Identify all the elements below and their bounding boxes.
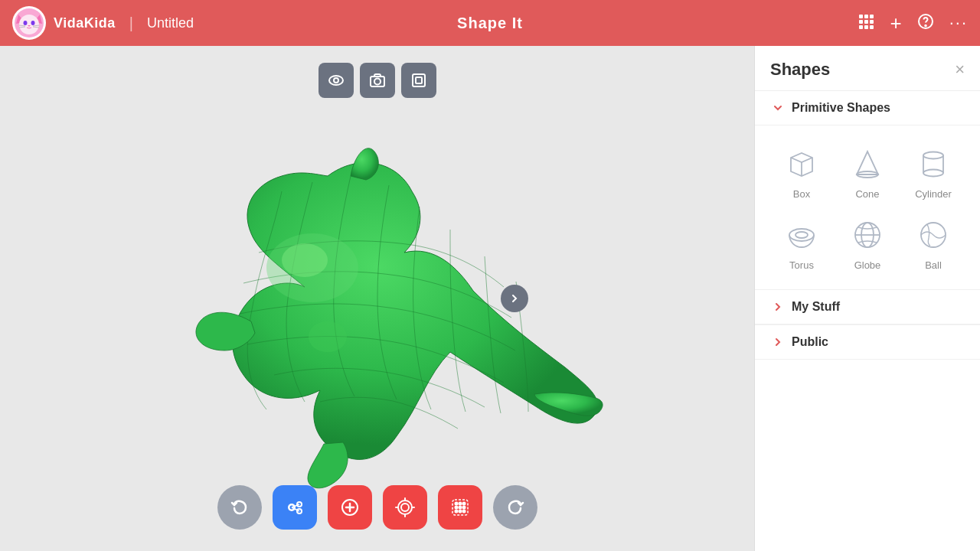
svg-point-64 [789, 229, 814, 241]
svg-point-61 [923, 170, 943, 177]
svg-point-65 [795, 232, 808, 238]
svg-point-50 [459, 503, 461, 505]
frame-view-button[interactable] [401, 63, 436, 98]
my-stuff-label: My Stuff [792, 300, 840, 314]
globe-label: Globe [854, 259, 881, 271]
svg-rect-26 [413, 74, 425, 86]
main-content: Shapes × Primitive Shapes [0, 46, 980, 551]
target-button[interactable] [383, 485, 427, 530]
svg-point-23 [334, 78, 338, 83]
svg-point-42 [398, 500, 412, 514]
shape-cone[interactable]: Cone [836, 138, 899, 206]
svg-point-22 [329, 76, 343, 85]
svg-point-55 [455, 510, 457, 513]
box-label: Box [793, 188, 810, 200]
public-label: Public [792, 335, 828, 349]
cylinder-label: Cylinder [915, 188, 952, 200]
svg-point-5 [31, 21, 35, 25]
svg-rect-14 [859, 20, 863, 24]
primitive-shapes-section[interactable]: Primitive Shapes [755, 91, 980, 126]
svg-rect-16 [870, 20, 874, 24]
redo-button[interactable] [493, 485, 537, 530]
my-stuff-arrow-icon [770, 299, 786, 315]
my-stuff-section[interactable]: My Stuff [755, 289, 980, 324]
public-arrow-icon [770, 334, 786, 350]
svg-point-51 [462, 503, 465, 505]
svg-point-3 [19, 15, 39, 34]
logo-icon[interactable] [12, 6, 46, 40]
svg-point-57 [462, 510, 465, 513]
sidebar-header: Shapes × [755, 46, 980, 91]
help-icon[interactable] [917, 13, 934, 34]
globe-icon [848, 215, 887, 255]
svg-point-56 [459, 510, 461, 513]
svg-rect-27 [416, 77, 422, 83]
header-divider: | [129, 15, 133, 32]
canvas-area[interactable] [0, 46, 754, 551]
close-sidebar-button[interactable]: × [955, 60, 965, 80]
shape-globe[interactable]: Globe [836, 209, 899, 277]
cylinder-icon [913, 144, 953, 184]
primitive-arrow-icon [770, 100, 786, 116]
svg-rect-17 [859, 25, 863, 29]
shape-torus[interactable]: Torus [770, 209, 833, 277]
cone-label: Cone [855, 188, 879, 200]
svg-rect-15 [864, 20, 868, 24]
svg-rect-18 [864, 25, 868, 29]
svg-point-30 [309, 321, 347, 352]
undo-button[interactable] [217, 485, 262, 530]
logo-area: VidaKida | Untitled [12, 6, 194, 40]
svg-point-4 [24, 21, 28, 25]
eye-view-button[interactable] [318, 63, 354, 98]
cone-icon [848, 144, 887, 184]
shape-cylinder[interactable]: Cylinder [902, 138, 965, 206]
ball-label: Ball [925, 259, 942, 271]
bottom-toolbar [217, 485, 537, 530]
svg-rect-13 [870, 15, 874, 18]
torus-label: Torus [789, 259, 814, 271]
add-icon[interactable]: + [890, 11, 901, 35]
svg-point-60 [923, 152, 943, 159]
app-title: Shape It [457, 15, 523, 32]
svg-point-54 [462, 507, 465, 509]
svg-point-25 [374, 79, 381, 85]
ball-icon [913, 215, 953, 255]
shape-box[interactable]: Box [770, 138, 833, 206]
svg-point-52 [455, 507, 457, 509]
header-actions: + ··· [858, 11, 968, 35]
svg-point-53 [459, 507, 461, 509]
more-icon[interactable]: ··· [949, 13, 968, 33]
svg-point-29 [282, 243, 328, 277]
dots-button[interactable] [438, 485, 482, 530]
document-title[interactable]: Untitled [147, 15, 194, 31]
add-shape-button[interactable] [328, 485, 372, 530]
primitive-shapes-label: Primitive Shapes [792, 101, 890, 115]
torus-icon [782, 215, 822, 255]
sidebar-title: Shapes [770, 60, 830, 80]
shapes-sidebar: Shapes × Primitive Shapes [754, 46, 980, 551]
public-section[interactable]: Public [755, 324, 980, 360]
svg-rect-12 [864, 15, 868, 18]
select-button[interactable] [273, 485, 317, 530]
shape-ball[interactable]: Ball [902, 209, 965, 277]
camera-view-button[interactable] [360, 63, 395, 98]
app-name: VidaKida [54, 15, 116, 31]
view-toolbar [318, 63, 436, 98]
header: VidaKida | Untitled Shape It + ··· [0, 0, 980, 46]
primitive-shapes-grid: Box Cone [755, 126, 980, 289]
svg-point-21 [925, 24, 926, 26]
svg-rect-11 [859, 15, 863, 18]
grid-icon[interactable] [858, 13, 874, 34]
panel-toggle-button[interactable] [501, 285, 528, 312]
svg-rect-19 [870, 25, 874, 29]
svg-point-43 [401, 504, 409, 511]
svg-point-49 [455, 503, 457, 505]
box-icon [782, 144, 822, 184]
